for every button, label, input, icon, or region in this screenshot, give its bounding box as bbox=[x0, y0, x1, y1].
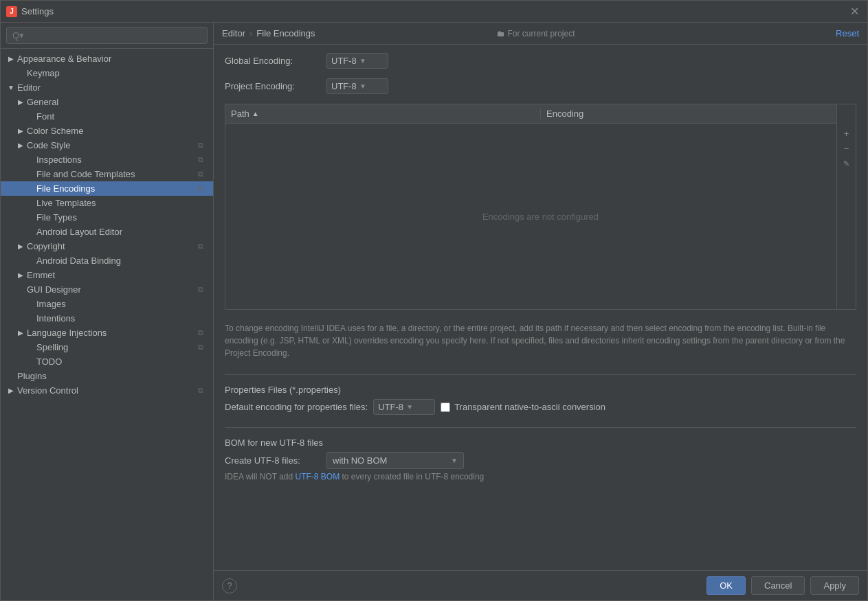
arrow-spacer bbox=[25, 357, 35, 367]
sidebar-item-intentions[interactable]: Intentions bbox=[1, 311, 213, 326]
empty-message: Encodings are not configured bbox=[482, 212, 599, 222]
sidebar-item-label: Copyright bbox=[27, 241, 65, 251]
ok-button[interactable]: OK bbox=[706, 576, 746, 595]
copy-icon: ⧉ bbox=[198, 155, 208, 165]
col-encoding-header: Encoding bbox=[541, 109, 856, 119]
add-encoding-button[interactable]: + bbox=[840, 126, 854, 140]
sidebar-item-label: General bbox=[27, 97, 58, 107]
arrow-icon: ▶ bbox=[16, 141, 25, 150]
bom-link: UTF-8 BOM bbox=[295, 472, 340, 481]
arrow-spacer bbox=[25, 199, 35, 208]
remove-encoding-button[interactable]: − bbox=[840, 141, 854, 155]
close-button[interactable]: ✕ bbox=[847, 3, 862, 19]
breadcrumb-separator: › bbox=[249, 28, 252, 38]
cancel-button[interactable]: Cancel bbox=[751, 576, 805, 595]
create-utf8-dropdown[interactable]: with NO BOM with BOM ▼ bbox=[326, 452, 464, 469]
sidebar-item-spelling[interactable]: Spelling ⧉ bbox=[1, 340, 213, 354]
arrow-icon: ▶ bbox=[16, 271, 25, 280]
panel-body: Global Encoding: UTF-8 ▼ Project Encodin… bbox=[214, 45, 867, 570]
project-encoding-dropdown[interactable]: UTF-8 ▼ bbox=[326, 78, 388, 94]
arrow-spacer bbox=[25, 314, 35, 324]
create-utf8-select[interactable]: with NO BOM with BOM bbox=[333, 455, 447, 466]
footer: ? OK Cancel Apply bbox=[214, 570, 867, 600]
sidebar-search-container bbox=[1, 23, 213, 49]
arrow-spacer bbox=[25, 256, 35, 266]
sidebar-item-editor[interactable]: ▼ Editor bbox=[1, 80, 213, 95]
copy-icon: ⧉ bbox=[198, 285, 208, 295]
create-utf8-row: Create UTF-8 files: with NO BOM with BOM… bbox=[225, 452, 856, 469]
sidebar-item-font[interactable]: Font bbox=[1, 109, 213, 124]
transparent-label[interactable]: Transparent native-to-ascii conversion bbox=[454, 402, 605, 412]
sidebar-item-label: Android Data Binding bbox=[36, 256, 121, 266]
copy-icon: ⧉ bbox=[198, 141, 208, 150]
default-enc-dropdown[interactable]: UTF-8 ▼ bbox=[373, 399, 435, 415]
project-icon: 🖿 bbox=[497, 29, 505, 38]
project-encoding-select[interactable]: UTF-8 bbox=[331, 81, 357, 91]
search-input[interactable] bbox=[6, 27, 208, 44]
reset-button[interactable]: Reset bbox=[836, 28, 859, 38]
sidebar-item-label: Intentions bbox=[36, 313, 75, 324]
chevron-down-icon: ▼ bbox=[451, 457, 458, 464]
sidebar-item-android-data[interactable]: Android Data Binding bbox=[1, 253, 213, 268]
sidebar-item-language-injections[interactable]: ▶ Language Injections ⧉ bbox=[1, 326, 213, 340]
arrow-icon: ▼ bbox=[6, 83, 16, 93]
sidebar-item-label: TODO bbox=[36, 356, 62, 367]
transparent-checkbox[interactable] bbox=[441, 402, 450, 412]
global-encoding-dropdown[interactable]: UTF-8 ▼ bbox=[326, 53, 388, 69]
sidebar-item-appearance[interactable]: ▶ Appearance & Behavior bbox=[1, 52, 213, 66]
arrow-spacer bbox=[25, 170, 35, 179]
sidebar-item-live-templates[interactable]: Live Templates bbox=[1, 196, 213, 210]
arrow-spacer bbox=[25, 343, 35, 352]
sidebar-item-file-encodings[interactable]: File Encodings ⧉ bbox=[1, 181, 213, 196]
arrow-spacer bbox=[25, 112, 35, 122]
sidebar-item-label: Live Templates bbox=[36, 198, 96, 208]
edit-encoding-button[interactable]: ✎ bbox=[840, 157, 854, 170]
sidebar-item-inspections[interactable]: Inspections ⧉ bbox=[1, 152, 213, 167]
arrow-icon: ▶ bbox=[16, 126, 25, 136]
help-button[interactable]: ? bbox=[222, 578, 237, 593]
sidebar-item-keymap[interactable]: Keymap bbox=[1, 66, 213, 80]
global-encoding-select[interactable]: UTF-8 bbox=[331, 56, 357, 66]
arrow-spacer bbox=[25, 155, 35, 165]
sidebar-item-copyright[interactable]: ▶ Copyright ⧉ bbox=[1, 239, 213, 253]
sidebar-item-emmet[interactable]: ▶ Emmet bbox=[1, 268, 213, 282]
col-path-header[interactable]: Path ▲ bbox=[225, 109, 541, 119]
sidebar-item-android-layout[interactable]: Android Layout Editor bbox=[1, 225, 213, 239]
sidebar-item-label: Android Layout Editor bbox=[36, 227, 122, 237]
sidebar-item-todo[interactable]: TODO bbox=[1, 354, 213, 369]
chevron-down-icon: ▼ bbox=[406, 403, 413, 411]
sidebar-item-file-code-templates[interactable]: File and Code Templates ⧉ bbox=[1, 167, 213, 181]
sidebar: ▶ Appearance & Behavior Keymap ▼ Editor … bbox=[1, 23, 214, 600]
sidebar-item-plugins[interactable]: Plugins bbox=[1, 369, 213, 383]
apply-button[interactable]: Apply bbox=[810, 576, 859, 595]
window-title: Settings bbox=[21, 6, 847, 16]
table-body: Encodings are not configured bbox=[225, 124, 856, 309]
copy-icon: ⧉ bbox=[198, 170, 208, 179]
sidebar-item-general[interactable]: ▶ General bbox=[1, 95, 213, 109]
properties-section: Properties Files (*.properties) Default … bbox=[225, 385, 856, 418]
sidebar-item-color-scheme[interactable]: ▶ Color Scheme bbox=[1, 124, 213, 138]
default-enc-row: Default encoding for properties files: U… bbox=[225, 399, 856, 415]
for-project-label: 🖿 For current project bbox=[497, 29, 575, 38]
default-enc-select[interactable]: UTF-8 bbox=[378, 402, 403, 412]
chevron-down-icon: ▼ bbox=[359, 82, 366, 90]
sidebar-item-images[interactable]: Images bbox=[1, 297, 213, 311]
sidebar-item-label: Language Injections bbox=[27, 328, 107, 338]
arrow-icon: ▶ bbox=[16, 328, 25, 338]
bom-info: IDEA will NOT add UTF-8 BOM to every cre… bbox=[225, 472, 856, 481]
chevron-down-icon: ▼ bbox=[359, 57, 366, 65]
sidebar-item-version-control[interactable]: ▶ Version Control ⧉ bbox=[1, 383, 213, 398]
sidebar-item-label: Keymap bbox=[27, 68, 60, 78]
sidebar-item-label: Editor bbox=[17, 82, 41, 93]
arrow-spacer bbox=[25, 184, 35, 194]
bom-section-title: BOM for new UTF-8 files bbox=[225, 438, 856, 448]
sidebar-item-label: Spelling bbox=[36, 342, 68, 352]
sidebar-item-label: Plugins bbox=[17, 371, 47, 381]
copy-icon: ⧉ bbox=[198, 184, 208, 194]
arrow-spacer bbox=[25, 299, 35, 309]
encoding-table: Path ▲ Encoding Encodings are not config… bbox=[225, 104, 856, 310]
sidebar-item-gui-designer[interactable]: GUI Designer ⧉ bbox=[1, 282, 213, 297]
sidebar-item-file-types[interactable]: File Types bbox=[1, 210, 213, 225]
app-icon: J bbox=[6, 6, 17, 17]
sidebar-item-code-style[interactable]: ▶ Code Style ⧉ bbox=[1, 138, 213, 152]
